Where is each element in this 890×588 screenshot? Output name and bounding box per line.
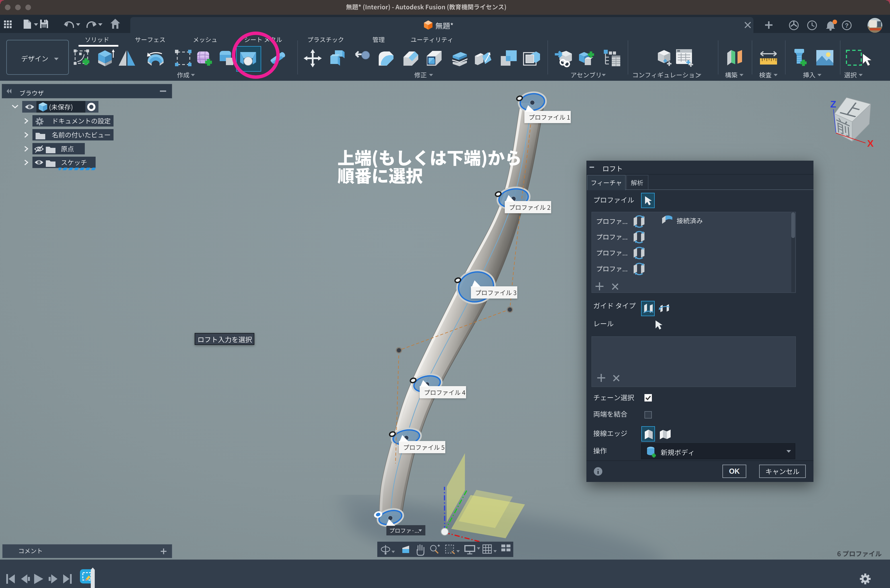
svg-text:?: ? [845,22,848,29]
svg-text:X: X [867,138,874,149]
svg-text:Z: Z [830,99,836,110]
